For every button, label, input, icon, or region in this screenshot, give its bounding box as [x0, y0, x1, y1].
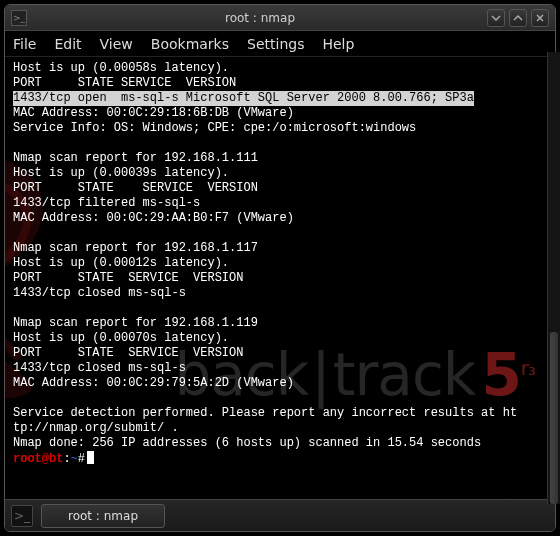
prompt-at: @: [42, 452, 49, 466]
terminal-line: [13, 301, 547, 316]
cursor: [87, 451, 94, 464]
terminal-prompt[interactable]: root@bt:~#: [13, 451, 547, 467]
terminal-line: Host is up (0.00012s latency).: [13, 256, 547, 271]
terminal-line: [13, 136, 547, 151]
terminal-line: Service detection performed. Please repo…: [13, 406, 547, 421]
minimize-button[interactable]: [487, 9, 505, 27]
terminal-line: MAC Address: 00:0C:29:79:5A:2D (VMware): [13, 376, 547, 391]
menu-settings[interactable]: Settings: [247, 36, 304, 52]
menu-view[interactable]: View: [100, 36, 133, 52]
maximize-button[interactable]: [509, 9, 527, 27]
terminal-line: PORT STATE SERVICE VERSION: [13, 346, 547, 361]
terminal-line: Host is up (0.00070s latency).: [13, 331, 547, 346]
window: >_ root : nmap File Edit View Bookmarks …: [4, 4, 556, 532]
terminal-line: MAC Address: 00:0C:29:AA:B0:F7 (VMware): [13, 211, 547, 226]
terminal-line: Service Info: OS: Windows; CPE: cpe:/o:m…: [13, 121, 547, 136]
terminal-line: Host is up (0.00039s latency).: [13, 166, 547, 181]
titlebar[interactable]: >_ root : nmap: [5, 5, 555, 31]
terminal-line: 1433/tcp closed ms-sql-s: [13, 286, 547, 301]
prompt-path: ~: [71, 452, 78, 466]
terminal-app-icon: >_: [11, 10, 27, 26]
terminal-line: 1433/tcp closed ms-sql-s: [13, 361, 547, 376]
terminal-line: Host is up (0.00058s latency).: [13, 61, 547, 76]
terminal-line: Nmap scan report for 192.168.1.111: [13, 151, 547, 166]
terminal-line: Nmap done: 256 IP addresses (6 hosts up)…: [13, 436, 547, 451]
prompt-symbol: #: [78, 452, 85, 466]
terminal-line-highlighted: 1433/tcp open ms-sql-s Microsoft SQL Ser…: [13, 91, 547, 106]
terminal-line: Nmap scan report for 192.168.1.119: [13, 316, 547, 331]
menu-bookmarks[interactable]: Bookmarks: [151, 36, 229, 52]
chevron-down-icon: [491, 13, 501, 23]
taskbar-item-label: root : nmap: [68, 509, 138, 523]
close-icon: [535, 13, 545, 23]
chevron-up-icon: [513, 13, 523, 23]
scrollbar[interactable]: [547, 52, 560, 504]
menubar: File Edit View Bookmarks Settings Help: [5, 31, 555, 57]
taskbar-item[interactable]: root : nmap: [41, 504, 165, 528]
terminal-line: Nmap scan report for 192.168.1.117: [13, 241, 547, 256]
prompt-user: root: [13, 452, 42, 466]
terminal-line: PORT STATE SERVICE VERSION: [13, 76, 547, 91]
menu-file[interactable]: File: [13, 36, 36, 52]
terminal-line: MAC Address: 00:0C:29:18:6B:DB (VMware): [13, 106, 547, 121]
terminal-line: 1433/tcp filtered ms-sql-s: [13, 196, 547, 211]
terminal-line: [13, 226, 547, 241]
scrollbar-thumb[interactable]: [550, 332, 558, 504]
terminal-line: PORT STATE SERVICE VERSION: [13, 271, 547, 286]
prompt-host: bt: [49, 452, 63, 466]
terminal-line: tp://nmap.org/submit/ .: [13, 421, 547, 436]
terminal-viewport[interactable]: back|track5r₃ Host is up (0.00058s laten…: [5, 57, 555, 499]
terminal-icon: >_: [14, 509, 30, 523]
close-button[interactable]: [531, 9, 549, 27]
window-controls: [487, 9, 549, 27]
menu-help[interactable]: Help: [322, 36, 354, 52]
window-title: root : nmap: [33, 11, 487, 25]
terminal-output[interactable]: Host is up (0.00058s latency).PORT STATE…: [5, 57, 555, 475]
terminal-line: [13, 391, 547, 406]
new-tab-button[interactable]: >_: [11, 505, 33, 527]
terminal-line: PORT STATE SERVICE VERSION: [13, 181, 547, 196]
taskbar: >_ root : nmap: [5, 499, 555, 531]
prompt-colon: :: [63, 452, 70, 466]
menu-edit[interactable]: Edit: [54, 36, 81, 52]
